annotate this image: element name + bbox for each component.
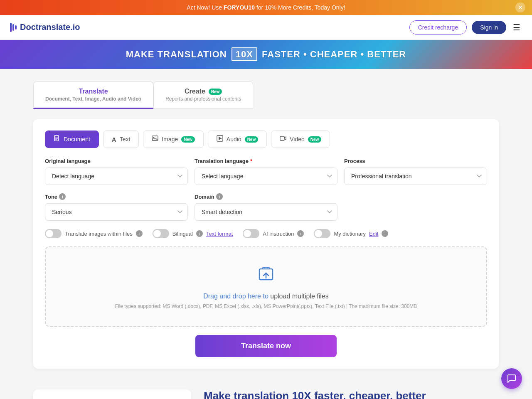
promo-text: Act Now! Use FORYOU10 for 10% More Credi… (187, 4, 345, 11)
type-tab-document-label: Document (64, 136, 90, 143)
upload-link[interactable]: Drag and drop here to (203, 293, 268, 300)
svg-rect-8 (280, 136, 284, 140)
translation-language-group: Translation language* Select language (195, 158, 337, 185)
type-tab-video-label: Video (290, 136, 305, 143)
type-tab-image-label: Image (162, 136, 178, 143)
upload-text: Drag and drop here to upload multiple fi… (54, 293, 478, 300)
tab-translate[interactable]: Translate Document, Text, Image, Audio a… (33, 81, 153, 109)
main-tabs: Translate Document, Text, Image, Audio a… (33, 81, 499, 109)
translate-card: Document A Text Image New Audio New (33, 119, 499, 369)
logo-text: Doctranslate.io (20, 22, 80, 32)
logo[interactable]: Doctranslate.io (10, 22, 409, 32)
translate-images-info-icon[interactable]: i (136, 230, 143, 237)
domain-label: Domain i (195, 193, 337, 200)
process-label: Process (344, 158, 487, 164)
language-process-row: Original language Detect language Transl… (45, 158, 487, 185)
chat-fab-button[interactable] (501, 368, 522, 389)
process-group: Process Professional translation (344, 158, 487, 185)
type-tabs: Document A Text Image New Audio New (45, 131, 487, 148)
ai-instruction-toggle[interactable] (243, 229, 259, 238)
original-language-select[interactable]: Detect language (45, 167, 188, 185)
tone-info-icon[interactable]: i (59, 193, 66, 200)
tone-domain-row: Tone i Serious Domain i Smart detection (45, 193, 487, 221)
tab-create-title: Create New (165, 88, 241, 95)
close-banner-button[interactable]: ✕ (515, 2, 525, 12)
logo-icon (10, 23, 17, 32)
audio-badge: New (245, 136, 259, 143)
hero-highlight: 10X (232, 47, 257, 61)
toggle-translate-images: Translate images within files i (45, 229, 143, 238)
my-dictionary-toggle[interactable] (314, 229, 330, 238)
toggles-row: Translate images within files i Bilingua… (45, 229, 487, 238)
translate-images-label: Translate images within files (65, 231, 133, 237)
translation-language-select[interactable]: Select language (195, 167, 337, 185)
credit-recharge-button[interactable]: Credit recharge (409, 20, 467, 34)
translation-language-label: Translation language* (195, 158, 337, 164)
toggle-my-dictionary: My dictionary Edit i (314, 229, 388, 238)
upload-icon (54, 264, 478, 288)
type-tab-text-label: Text (120, 136, 131, 143)
svg-marker-7 (219, 137, 222, 140)
upload-hint: File types supported: MS Word (.docx), P… (54, 303, 478, 309)
translate-now-button[interactable]: Translate now (195, 335, 337, 357)
promo-banner: Act Now! Use FORYOU10 for 10% More Credi… (0, 0, 532, 15)
promo-section: Make translation 10X faster, cheaper, be… (204, 389, 499, 399)
image-badge: New (181, 136, 195, 143)
team-subscription-card: TEAM SUBSCRIPTION (33, 389, 191, 399)
promo-code: FORYOU10 (224, 4, 255, 11)
original-language-label: Original language (45, 158, 188, 164)
type-tab-video[interactable]: Video New (271, 131, 330, 148)
type-tab-audio-label: Audio (227, 136, 241, 143)
video-badge: New (308, 136, 322, 143)
tone-label: Tone i (45, 193, 188, 200)
text-format-link[interactable]: Text format (206, 231, 233, 237)
original-language-group: Original language Detect language (45, 158, 188, 185)
tab-create-subtitle: Reports and professional contents (165, 96, 241, 102)
domain-select[interactable]: Smart detection (195, 203, 337, 221)
type-tab-audio[interactable]: Audio New (208, 131, 267, 148)
header: Doctranslate.io Credit recharge Sign in … (0, 15, 532, 40)
translate-images-toggle[interactable] (45, 229, 62, 238)
toggle-ai-instruction: AI instruction i (243, 229, 304, 238)
main-content: Translate Document, Text, Image, Audio a… (17, 69, 515, 381)
my-dictionary-info-icon[interactable]: i (382, 230, 388, 237)
domain-info-icon[interactable]: i (216, 193, 223, 200)
bilingual-label: Bilingual (172, 231, 193, 237)
my-dictionary-label: My dictionary (334, 231, 366, 237)
create-badge: New (209, 89, 222, 95)
header-actions: Credit recharge Sign in ☰ (409, 20, 522, 34)
upload-suffix: upload multiple files (270, 293, 329, 300)
hero-banner: MAKE TRANSLATION 10X FASTER • CHEAPER • … (0, 40, 532, 69)
tab-create[interactable]: Create New Reports and professional cont… (153, 81, 253, 109)
tone-group: Tone i Serious (45, 193, 188, 221)
tab-translate-subtitle: Document, Text, Image, Audio and Video (45, 96, 141, 102)
signin-button[interactable]: Sign in (472, 21, 506, 34)
ai-instruction-label: AI instruction (263, 231, 294, 237)
text-icon: A (112, 136, 116, 143)
promo-title: Make translation 10X faster, cheaper, be… (204, 389, 499, 399)
process-select[interactable]: Professional translation (344, 167, 487, 185)
type-tab-image[interactable]: Image New (143, 131, 203, 148)
hero-text: MAKE TRANSLATION 10X FASTER • CHEAPER • … (126, 49, 406, 60)
tone-select[interactable]: Serious (45, 203, 188, 221)
toggle-bilingual: Bilingual i Text format (153, 229, 233, 238)
ai-instruction-info-icon[interactable]: i (297, 230, 304, 237)
image-icon (152, 135, 158, 143)
menu-button[interactable]: ☰ (511, 21, 522, 34)
edit-dictionary-link[interactable]: Edit (369, 231, 378, 237)
video-icon (280, 135, 286, 143)
type-tab-document[interactable]: Document (45, 131, 99, 148)
type-tab-text[interactable]: A Text (103, 131, 139, 148)
tab-translate-title: Translate (45, 88, 141, 95)
document-icon (54, 135, 60, 143)
upload-area[interactable]: Drag and drop here to upload multiple fi… (45, 246, 487, 327)
bottom-section: TEAM SUBSCRIPTION Make translation 10X f… (17, 389, 515, 399)
audio-icon (217, 135, 223, 143)
domain-group: Domain i Smart detection (195, 193, 337, 221)
bilingual-info-icon[interactable]: i (196, 230, 203, 237)
bilingual-toggle[interactable] (153, 229, 169, 238)
